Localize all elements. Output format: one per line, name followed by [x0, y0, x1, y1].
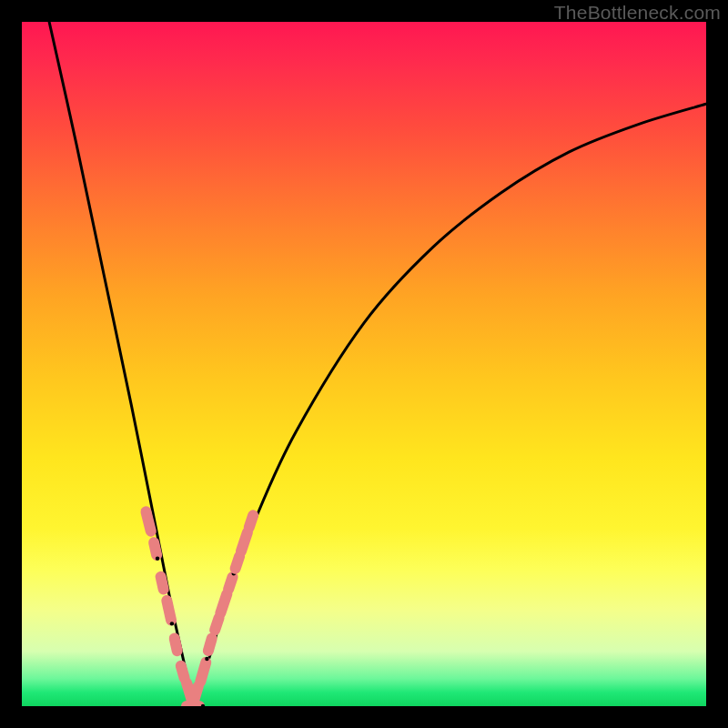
marker-segment	[195, 686, 198, 698]
marker-segment	[228, 577, 232, 589]
marker-segment	[236, 556, 239, 568]
marker-segment	[241, 532, 248, 551]
marker-gap-dot	[205, 657, 208, 661]
marker-cluster	[146, 511, 253, 706]
marker-segment	[146, 511, 150, 531]
marker-segment	[175, 638, 177, 651]
marker-gap-dot	[170, 622, 174, 625]
marker-segment	[249, 515, 253, 527]
curve-svg	[22, 22, 706, 706]
marker-segment	[154, 542, 157, 555]
marker-segment	[181, 666, 185, 678]
marker-segment	[220, 594, 227, 613]
chart-frame: TheBottleneck.com	[0, 0, 728, 728]
marker-segment	[200, 662, 206, 682]
plot-area	[22, 22, 706, 706]
marker-segment	[208, 639, 212, 651]
marker-segment	[215, 618, 218, 630]
marker-gap-dot	[156, 557, 159, 561]
marker-segment	[161, 577, 164, 590]
bottleneck-curve	[49, 22, 706, 706]
watermark-text: TheBottleneck.com	[554, 2, 721, 24]
marker-segment	[167, 601, 171, 620]
